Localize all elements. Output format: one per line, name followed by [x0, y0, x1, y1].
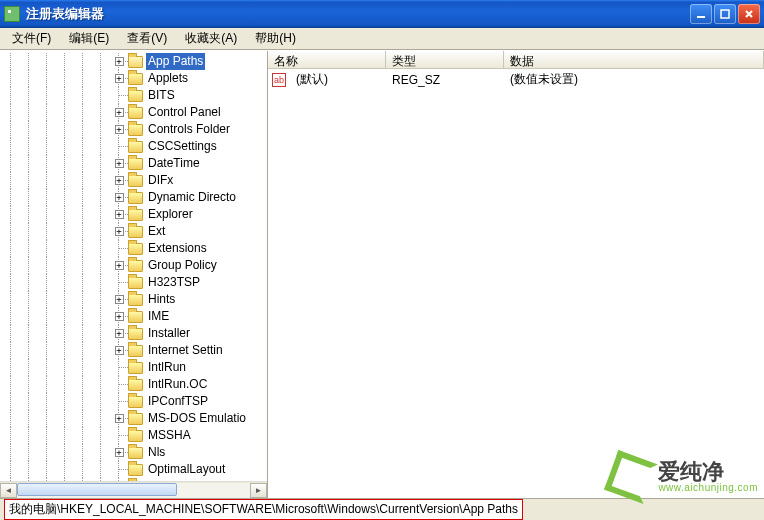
tree-node-label[interactable]: Installer — [146, 325, 192, 342]
tree-node-label[interactable]: App Paths — [146, 53, 205, 70]
values-list[interactable]: (默认)REG_SZ(数值未设置) — [268, 69, 764, 498]
tree-node[interactable]: +Internet Settin — [2, 342, 267, 359]
tree-node[interactable]: H323TSP — [2, 274, 267, 291]
tree-expander[interactable]: + — [115, 227, 124, 236]
svg-rect-0 — [697, 16, 705, 18]
tree-node[interactable]: +Ext — [2, 223, 267, 240]
tree-node-label[interactable]: Dynamic Directo — [146, 189, 238, 206]
folder-icon — [128, 277, 143, 289]
tree-expander[interactable]: + — [115, 312, 124, 321]
folder-icon — [128, 464, 143, 476]
minimize-button[interactable] — [690, 4, 712, 24]
app-icon — [4, 6, 20, 22]
tree-node[interactable]: +Nls — [2, 444, 267, 461]
tree-node[interactable]: CSCSettings — [2, 138, 267, 155]
tree-node[interactable]: +Hints — [2, 291, 267, 308]
window-title: 注册表编辑器 — [26, 5, 690, 23]
tree-expander[interactable]: + — [115, 329, 124, 338]
tree-node-label[interactable]: IntlRun.OC — [146, 376, 209, 393]
menu-file[interactable]: 文件(F) — [4, 28, 59, 49]
tree-node-label[interactable]: Control Panel — [146, 104, 223, 121]
tree-node-label[interactable]: BITS — [146, 87, 177, 104]
tree-node-label[interactable]: OptimalLayout — [146, 461, 227, 478]
folder-icon — [128, 311, 143, 323]
scroll-thumb[interactable] — [17, 483, 177, 496]
tree-node[interactable]: +Explorer — [2, 206, 267, 223]
tree-node-label[interactable]: DIFx — [146, 172, 175, 189]
tree-node[interactable]: MSSHA — [2, 427, 267, 444]
value-name: (默认) — [290, 71, 386, 88]
tree-expander[interactable]: + — [115, 108, 124, 117]
tree-node[interactable]: +Installer — [2, 325, 267, 342]
tree-node[interactable]: +Controls Folder — [2, 121, 267, 138]
folder-icon — [128, 158, 143, 170]
tree-node[interactable]: +IME — [2, 308, 267, 325]
tree-node[interactable]: OptimalLayout — [2, 461, 267, 478]
tree-node-label[interactable]: H323TSP — [146, 274, 202, 291]
tree-node[interactable]: +Applets — [2, 70, 267, 87]
tree-node-label[interactable]: Ext — [146, 223, 167, 240]
tree-node[interactable]: BITS — [2, 87, 267, 104]
folder-icon — [128, 294, 143, 306]
tree-node[interactable]: +Group Policy — [2, 257, 267, 274]
tree-horizontal-scrollbar[interactable]: ◄ ► — [0, 481, 267, 498]
column-name[interactable]: 名称 — [268, 51, 386, 68]
menu-edit[interactable]: 编辑(E) — [61, 28, 117, 49]
tree-node[interactable]: +Control Panel — [2, 104, 267, 121]
tree-expander[interactable]: + — [115, 57, 124, 66]
menu-view[interactable]: 查看(V) — [119, 28, 175, 49]
scroll-right-button[interactable]: ► — [250, 483, 267, 498]
tree-node-label[interactable]: IME — [146, 308, 171, 325]
value-type: REG_SZ — [386, 73, 504, 87]
tree-node[interactable]: IntlRun.OC — [2, 376, 267, 393]
tree-node-label[interactable]: Extensions — [146, 240, 209, 257]
tree-node[interactable]: Extensions — [2, 240, 267, 257]
tree-node[interactable]: IntlRun — [2, 359, 267, 376]
value-row[interactable]: (默认)REG_SZ(数值未设置) — [268, 71, 764, 88]
tree-node-label[interactable]: MSSHA — [146, 427, 193, 444]
tree-node-label[interactable]: DateTime — [146, 155, 202, 172]
tree-node-label[interactable]: Nls — [146, 444, 167, 461]
tree-node-label[interactable]: CSCSettings — [146, 138, 219, 155]
tree-node-label[interactable]: Internet Settin — [146, 342, 225, 359]
tree-expander[interactable]: + — [115, 193, 124, 202]
scroll-track[interactable] — [17, 483, 250, 498]
menu-favorites[interactable]: 收藏夹(A) — [177, 28, 245, 49]
tree-expander[interactable]: + — [115, 210, 124, 219]
folder-icon — [128, 175, 143, 187]
tree-node[interactable]: IPConfTSP — [2, 393, 267, 410]
registry-tree[interactable]: +App Paths+AppletsBITS+Control Panel+Con… — [0, 51, 267, 481]
column-data[interactable]: 数据 — [504, 51, 764, 68]
tree-expander[interactable]: + — [115, 346, 124, 355]
tree-node-label[interactable]: IPConfTSP — [146, 393, 210, 410]
folder-icon — [128, 124, 143, 136]
tree-expander[interactable]: + — [115, 176, 124, 185]
tree-node-label[interactable]: Hints — [146, 291, 177, 308]
tree-expander[interactable]: + — [115, 414, 124, 423]
tree-node-label[interactable]: MS-DOS Emulatio — [146, 410, 248, 427]
tree-node[interactable]: +Dynamic Directo — [2, 189, 267, 206]
tree-node-label[interactable]: Explorer — [146, 206, 195, 223]
tree-expander[interactable]: + — [115, 261, 124, 270]
tree-node-label[interactable]: Applets — [146, 70, 190, 87]
folder-icon — [128, 73, 143, 85]
tree-node[interactable]: +DateTime — [2, 155, 267, 172]
tree-node-label[interactable]: IntlRun — [146, 359, 188, 376]
folder-icon — [128, 56, 143, 68]
tree-expander[interactable]: + — [115, 295, 124, 304]
tree-node[interactable]: +DIFx — [2, 172, 267, 189]
menu-help[interactable]: 帮助(H) — [247, 28, 304, 49]
tree-expander[interactable]: + — [115, 74, 124, 83]
maximize-button[interactable] — [714, 4, 736, 24]
tree-expander[interactable]: + — [115, 448, 124, 457]
scroll-left-button[interactable]: ◄ — [0, 483, 17, 498]
folder-icon — [128, 243, 143, 255]
tree-expander[interactable]: + — [115, 159, 124, 168]
tree-node-label[interactable]: Group Policy — [146, 257, 219, 274]
tree-node-label[interactable]: Controls Folder — [146, 121, 232, 138]
close-button[interactable] — [738, 4, 760, 24]
tree-expander[interactable]: + — [115, 125, 124, 134]
tree-node[interactable]: +App Paths — [2, 53, 267, 70]
tree-node[interactable]: +MS-DOS Emulatio — [2, 410, 267, 427]
column-type[interactable]: 类型 — [386, 51, 504, 68]
